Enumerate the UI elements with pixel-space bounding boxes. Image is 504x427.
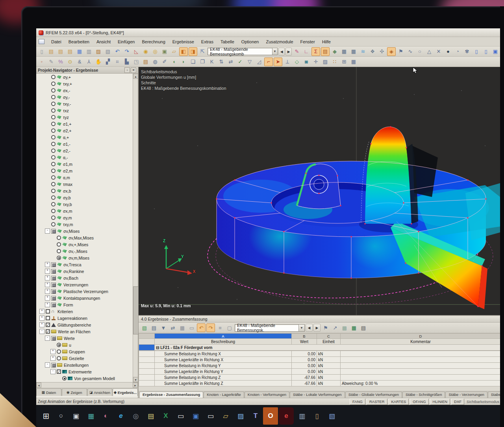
- tree-item[interactable]: σv,Mises: [36, 228, 133, 234]
- expander-icon[interactable]: [39, 329, 44, 334]
- table-toolbar-icon[interactable]: ▭: [187, 323, 196, 332]
- tree-item-control[interactable]: [51, 336, 56, 341]
- tree-item[interactable]: σv,Max,Mises: [36, 234, 133, 241]
- tree-item-control[interactable]: [51, 88, 56, 93]
- toolbar-icon[interactable]: ◨: [189, 47, 197, 56]
- column-letter-d[interactable]: D: [341, 334, 501, 339]
- toolbar-icon[interactable]: ▦: [349, 47, 358, 56]
- next-case-button[interactable]: ►: [313, 324, 321, 332]
- tree-item[interactable]: τxz: [36, 107, 133, 114]
- expander-icon[interactable]: [45, 262, 50, 267]
- toolbar-icon[interactable]: ↶: [113, 47, 122, 56]
- tree-item[interactable]: Form: [36, 301, 133, 308]
- previous-case-button[interactable]: ◄: [306, 324, 313, 332]
- toolbar-icon[interactable]: ▞: [104, 58, 112, 66]
- column-letter-a[interactable]: A: [155, 334, 292, 339]
- tree-item[interactable]: σ1,-: [36, 141, 133, 147]
- navigator-tab[interactable]: ◪ Ansichten: [87, 388, 113, 396]
- chevron-down-icon[interactable]: ▼: [298, 325, 304, 331]
- toolbar-icon[interactable]: ◿: [255, 58, 263, 66]
- table-toolbar-icon[interactable]: ↶: [197, 323, 206, 332]
- taskbar-icon[interactable]: ◐: [98, 407, 113, 425]
- table-toolbar-icon[interactable]: ⚑: [321, 323, 330, 332]
- table-toolbar-icon[interactable]: ↗: [331, 323, 339, 332]
- toolbar-icon[interactable]: ✎: [47, 58, 56, 66]
- tree-item[interactable]: τxy,+: [36, 80, 133, 87]
- table-row[interactable]: Summe Lagerkräfte in Richtung Y 0.00 kN: [139, 369, 501, 375]
- taskbar-icon[interactable]: e: [113, 407, 128, 425]
- toolbar-icon[interactable]: ❏: [189, 58, 197, 66]
- tree-item-control[interactable]: [51, 135, 56, 139]
- snap-toggle-button[interactable]: HLINIEN: [430, 399, 450, 405]
- expander-icon[interactable]: [45, 302, 50, 307]
- expander-icon[interactable]: [50, 356, 56, 361]
- tree-item-control[interactable]: [51, 149, 56, 153]
- expander-icon[interactable]: [45, 362, 50, 368]
- toolbar-icon[interactable]: ✓: [236, 58, 245, 66]
- table-toolbar-icon[interactable]: ▤: [359, 323, 368, 332]
- toolbar-icon[interactable]: ◖: [170, 58, 178, 66]
- tree-item-control[interactable]: [51, 115, 56, 119]
- table-row[interactable]: Summe Lagerkräfte in Richtung X 0.00 kN: [139, 357, 501, 363]
- tree-item-control[interactable]: [46, 316, 50, 320]
- tree-item-control[interactable]: [51, 269, 56, 274]
- tree-item[interactable]: α,-: [36, 154, 133, 161]
- toolbar-icon[interactable]: ❐: [198, 58, 207, 66]
- taskbar-icon[interactable]: ▭: [203, 407, 218, 425]
- tree-item-control[interactable]: [51, 108, 56, 113]
- tree-item[interactable]: Extremwerte: [36, 368, 133, 375]
- toolbar-icon[interactable]: ●: [444, 47, 452, 56]
- menu-item[interactable]: Optionen: [238, 39, 263, 45]
- taskbar-icon[interactable]: ⊞: [39, 407, 54, 425]
- snap-toggle-button[interactable]: DXF: [451, 399, 464, 405]
- column-letter-b[interactable]: B: [292, 334, 317, 339]
- vertical-scrollbar[interactable]: ▲ ▼: [133, 74, 138, 382]
- tree-item-control[interactable]: [51, 182, 56, 186]
- scroll-left-icon[interactable]: ◄: [36, 382, 41, 388]
- tree-item[interactable]: α,+: [36, 134, 133, 141]
- toolbar-icon[interactable]: ▥: [85, 47, 93, 56]
- taskbar-icon[interactable]: X: [158, 407, 173, 425]
- menu-item[interactable]: Ergebnisse: [169, 39, 198, 45]
- tree-item[interactable]: τyz: [36, 114, 133, 121]
- expander-icon[interactable]: [39, 322, 44, 327]
- toolbar-icon[interactable]: ▤: [321, 47, 330, 56]
- tree-item-control[interactable]: [57, 343, 61, 347]
- tree-item-control[interactable]: [51, 102, 56, 106]
- tree-item[interactable]: σv,m,Mises: [36, 254, 133, 261]
- tree-item[interactable]: σv,+,Mises: [36, 241, 133, 248]
- taskbar-icon[interactable]: ▣: [188, 407, 203, 425]
- toolbar-icon[interactable]: ⌐: [264, 58, 273, 66]
- table-row[interactable]: Summe Belastung in Richtung X 0.00 kN: [139, 351, 501, 357]
- toolbar-icon[interactable]: ▧: [104, 47, 112, 56]
- tree-item-control[interactable]: [57, 249, 61, 253]
- scrollbar-thumb[interactable]: [133, 286, 139, 334]
- toolbar-icon[interactable]: ◍: [151, 58, 159, 66]
- table-toolbar-icon[interactable]: ▼: [159, 323, 168, 332]
- table-panel-title[interactable]: 4.0 Ergebnisse - Zusammenfassung: [139, 316, 501, 323]
- menu-item[interactable]: Datei: [48, 39, 65, 45]
- tree-item[interactable]: σy,-: [36, 94, 133, 100]
- toolbar-icon[interactable]: ◆: [330, 47, 339, 56]
- tree-item-control[interactable]: [57, 369, 61, 374]
- toolbar-icon[interactable]: ⇱: [198, 47, 207, 56]
- taskbar-icon[interactable]: ▱: [218, 407, 233, 425]
- taskbar-icon[interactable]: T: [248, 407, 263, 425]
- toolbar-icon[interactable]: ▱: [170, 47, 178, 56]
- tree-item[interactable]: σy,b: [36, 194, 133, 201]
- toolbar-icon[interactable]: ▯: [37, 47, 46, 56]
- taskbar-icon[interactable]: ▧: [324, 407, 339, 425]
- toolbar-icon[interactable]: ◔: [453, 47, 462, 56]
- toolbar-icon[interactable]: △: [425, 47, 434, 56]
- snap-toggle-button[interactable]: KARTES: [389, 399, 409, 405]
- toolbar-icon[interactable]: ◈: [387, 47, 396, 56]
- toolbar-icon[interactable]: ○: [415, 47, 424, 56]
- tree-item-control[interactable]: [51, 262, 56, 267]
- table-row[interactable]: Summe Belastung in Richtung Y 0.00 kN: [139, 363, 501, 369]
- tree-item-control[interactable]: [46, 329, 50, 334]
- load-case-group-row[interactable]: ⊟ LF21 - 02a F Fördergut vorn: [139, 345, 501, 351]
- toolbar-icon[interactable]: ▤: [56, 47, 65, 56]
- tree-item[interactable]: σ1,m: [36, 161, 133, 167]
- tree-item[interactable]: Plastische Verzerrungen: [36, 288, 133, 295]
- navigator-tab[interactable]: ◆ Ergebnis...: [113, 388, 138, 396]
